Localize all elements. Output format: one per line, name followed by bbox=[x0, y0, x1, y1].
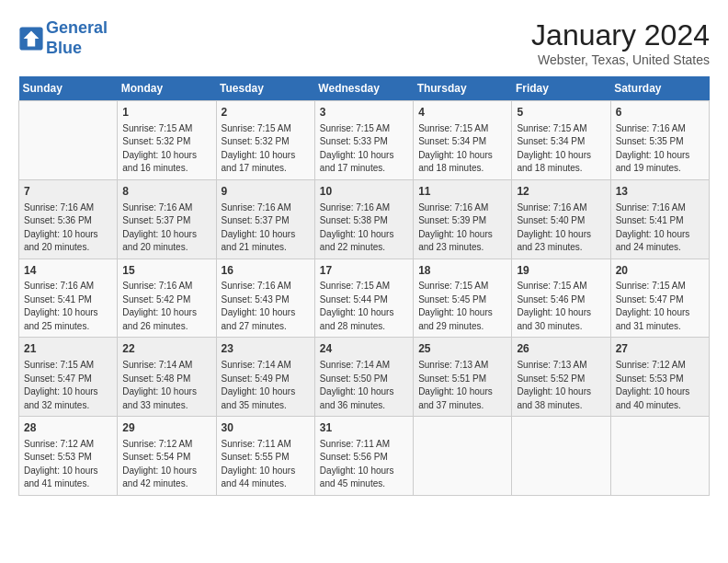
day-number: 2 bbox=[222, 105, 310, 121]
day-number: 25 bbox=[418, 341, 506, 357]
day-number: 27 bbox=[616, 341, 704, 357]
day-info: Sunrise: 7:16 AM Sunset: 5:35 PM Dayligh… bbox=[616, 122, 704, 176]
weekday-header-saturday: Saturday bbox=[610, 76, 709, 101]
calendar-cell: 5Sunrise: 7:15 AM Sunset: 5:34 PM Daylig… bbox=[512, 101, 610, 180]
day-info: Sunrise: 7:14 AM Sunset: 5:48 PM Dayligh… bbox=[122, 359, 210, 412]
day-number: 17 bbox=[320, 263, 408, 279]
logo-icon bbox=[18, 26, 44, 52]
logo-line2: Blue bbox=[46, 39, 108, 59]
calendar-cell: 15Sunrise: 7:16 AM Sunset: 5:42 PM Dayli… bbox=[118, 259, 216, 338]
calendar-cell: 21Sunrise: 7:15 AM Sunset: 5:47 PM Dayli… bbox=[19, 338, 118, 417]
weekday-header-wednesday: Wednesday bbox=[314, 76, 413, 101]
calendar-cell: 12Sunrise: 7:16 AM Sunset: 5:40 PM Dayli… bbox=[512, 179, 610, 259]
day-number: 21 bbox=[24, 341, 112, 357]
location: Webster, Texas, United States bbox=[531, 52, 710, 67]
calendar-cell: 29Sunrise: 7:12 AM Sunset: 5:54 PM Dayli… bbox=[118, 417, 216, 496]
calendar-cell: 23Sunrise: 7:14 AM Sunset: 5:49 PM Dayli… bbox=[216, 338, 314, 417]
day-number: 1 bbox=[122, 105, 210, 121]
day-number: 10 bbox=[320, 184, 408, 200]
day-number: 3 bbox=[320, 105, 408, 121]
day-info: Sunrise: 7:16 AM Sunset: 5:41 PM Dayligh… bbox=[616, 201, 704, 255]
calendar-cell: 28Sunrise: 7:12 AM Sunset: 5:53 PM Dayli… bbox=[19, 417, 118, 496]
weekday-header-row: SundayMondayTuesdayWednesdayThursdayFrid… bbox=[19, 76, 710, 101]
calendar-cell: 13Sunrise: 7:16 AM Sunset: 5:41 PM Dayli… bbox=[610, 179, 709, 259]
calendar-cell: 2Sunrise: 7:15 AM Sunset: 5:32 PM Daylig… bbox=[216, 101, 314, 180]
title-block: January 2024 Webster, Texas, United Stat… bbox=[531, 18, 710, 67]
logo: General Blue bbox=[18, 18, 108, 58]
calendar-cell: 14Sunrise: 7:16 AM Sunset: 5:41 PM Dayli… bbox=[19, 259, 118, 338]
day-info: Sunrise: 7:15 AM Sunset: 5:34 PM Dayligh… bbox=[418, 122, 506, 176]
calendar-cell: 6Sunrise: 7:16 AM Sunset: 5:35 PM Daylig… bbox=[610, 101, 709, 180]
calendar-cell bbox=[414, 417, 512, 496]
calendar-cell: 25Sunrise: 7:13 AM Sunset: 5:51 PM Dayli… bbox=[414, 338, 512, 417]
calendar-table: SundayMondayTuesdayWednesdayThursdayFrid… bbox=[18, 76, 710, 496]
calendar-cell: 11Sunrise: 7:16 AM Sunset: 5:39 PM Dayli… bbox=[414, 179, 512, 259]
calendar-cell bbox=[610, 417, 709, 496]
day-number: 5 bbox=[517, 105, 605, 121]
day-info: Sunrise: 7:16 AM Sunset: 5:43 PM Dayligh… bbox=[222, 280, 310, 333]
day-info: Sunrise: 7:16 AM Sunset: 5:36 PM Dayligh… bbox=[24, 201, 112, 255]
calendar-cell: 19Sunrise: 7:15 AM Sunset: 5:46 PM Dayli… bbox=[512, 259, 610, 338]
day-info: Sunrise: 7:15 AM Sunset: 5:34 PM Dayligh… bbox=[517, 122, 605, 176]
day-info: Sunrise: 7:16 AM Sunset: 5:37 PM Dayligh… bbox=[222, 201, 310, 255]
calendar-cell bbox=[512, 417, 610, 496]
calendar-cell: 24Sunrise: 7:14 AM Sunset: 5:50 PM Dayli… bbox=[314, 338, 413, 417]
day-info: Sunrise: 7:15 AM Sunset: 5:46 PM Dayligh… bbox=[517, 280, 605, 333]
day-number: 20 bbox=[616, 263, 704, 279]
day-number: 18 bbox=[418, 263, 506, 279]
calendar-cell: 7Sunrise: 7:16 AM Sunset: 5:36 PM Daylig… bbox=[19, 179, 118, 259]
day-number: 16 bbox=[222, 263, 310, 279]
day-number: 31 bbox=[320, 420, 408, 436]
day-number: 28 bbox=[24, 420, 112, 436]
calendar-cell: 8Sunrise: 7:16 AM Sunset: 5:37 PM Daylig… bbox=[118, 179, 216, 259]
day-number: 9 bbox=[222, 184, 310, 200]
calendar-cell: 20Sunrise: 7:15 AM Sunset: 5:47 PM Dayli… bbox=[610, 259, 709, 338]
day-info: Sunrise: 7:15 AM Sunset: 5:45 PM Dayligh… bbox=[418, 280, 506, 333]
day-number: 22 bbox=[122, 341, 210, 357]
day-number: 30 bbox=[222, 420, 310, 436]
day-number: 6 bbox=[616, 105, 704, 121]
week-row-2: 7Sunrise: 7:16 AM Sunset: 5:36 PM Daylig… bbox=[19, 179, 710, 259]
day-info: Sunrise: 7:15 AM Sunset: 5:32 PM Dayligh… bbox=[222, 122, 310, 176]
day-info: Sunrise: 7:13 AM Sunset: 5:51 PM Dayligh… bbox=[418, 359, 506, 412]
day-number: 23 bbox=[222, 341, 310, 357]
day-info: Sunrise: 7:14 AM Sunset: 5:49 PM Dayligh… bbox=[222, 359, 310, 412]
day-number: 13 bbox=[616, 184, 704, 200]
day-number: 4 bbox=[418, 105, 506, 121]
day-number: 24 bbox=[320, 341, 408, 357]
week-row-5: 28Sunrise: 7:12 AM Sunset: 5:53 PM Dayli… bbox=[19, 417, 710, 496]
day-number: 7 bbox=[24, 184, 112, 200]
day-number: 12 bbox=[517, 184, 605, 200]
calendar-cell bbox=[19, 101, 118, 180]
day-info: Sunrise: 7:15 AM Sunset: 5:47 PM Dayligh… bbox=[616, 280, 704, 333]
day-info: Sunrise: 7:13 AM Sunset: 5:52 PM Dayligh… bbox=[517, 359, 605, 412]
month-title: January 2024 bbox=[531, 18, 710, 52]
calendar-cell: 26Sunrise: 7:13 AM Sunset: 5:52 PM Dayli… bbox=[512, 338, 610, 417]
day-number: 19 bbox=[517, 263, 605, 279]
day-info: Sunrise: 7:14 AM Sunset: 5:50 PM Dayligh… bbox=[320, 359, 408, 412]
calendar-cell: 18Sunrise: 7:15 AM Sunset: 5:45 PM Dayli… bbox=[414, 259, 512, 338]
calendar-cell: 4Sunrise: 7:15 AM Sunset: 5:34 PM Daylig… bbox=[414, 101, 512, 180]
day-info: Sunrise: 7:16 AM Sunset: 5:38 PM Dayligh… bbox=[320, 201, 408, 255]
week-row-4: 21Sunrise: 7:15 AM Sunset: 5:47 PM Dayli… bbox=[19, 338, 710, 417]
day-info: Sunrise: 7:11 AM Sunset: 5:55 PM Dayligh… bbox=[222, 438, 310, 491]
day-number: 29 bbox=[122, 420, 210, 436]
logo-line1: General bbox=[46, 18, 108, 37]
day-info: Sunrise: 7:16 AM Sunset: 5:41 PM Dayligh… bbox=[24, 280, 112, 333]
day-info: Sunrise: 7:15 AM Sunset: 5:33 PM Dayligh… bbox=[320, 122, 408, 176]
calendar-cell: 27Sunrise: 7:12 AM Sunset: 5:53 PM Dayli… bbox=[610, 338, 709, 417]
weekday-header-friday: Friday bbox=[512, 76, 610, 101]
day-info: Sunrise: 7:15 AM Sunset: 5:47 PM Dayligh… bbox=[24, 359, 112, 412]
day-info: Sunrise: 7:11 AM Sunset: 5:56 PM Dayligh… bbox=[320, 438, 408, 491]
day-number: 26 bbox=[517, 341, 605, 357]
day-number: 14 bbox=[24, 263, 112, 279]
calendar-cell: 3Sunrise: 7:15 AM Sunset: 5:33 PM Daylig… bbox=[314, 101, 413, 180]
weekday-header-tuesday: Tuesday bbox=[216, 76, 314, 101]
day-number: 15 bbox=[122, 263, 210, 279]
day-info: Sunrise: 7:15 AM Sunset: 5:32 PM Dayligh… bbox=[122, 122, 210, 176]
day-info: Sunrise: 7:12 AM Sunset: 5:53 PM Dayligh… bbox=[616, 359, 704, 412]
header: General Blue January 2024 Webster, Texas… bbox=[18, 18, 710, 67]
calendar-cell: 9Sunrise: 7:16 AM Sunset: 5:37 PM Daylig… bbox=[216, 179, 314, 259]
weekday-header-monday: Monday bbox=[118, 76, 216, 101]
calendar-cell: 1Sunrise: 7:15 AM Sunset: 5:32 PM Daylig… bbox=[118, 101, 216, 180]
